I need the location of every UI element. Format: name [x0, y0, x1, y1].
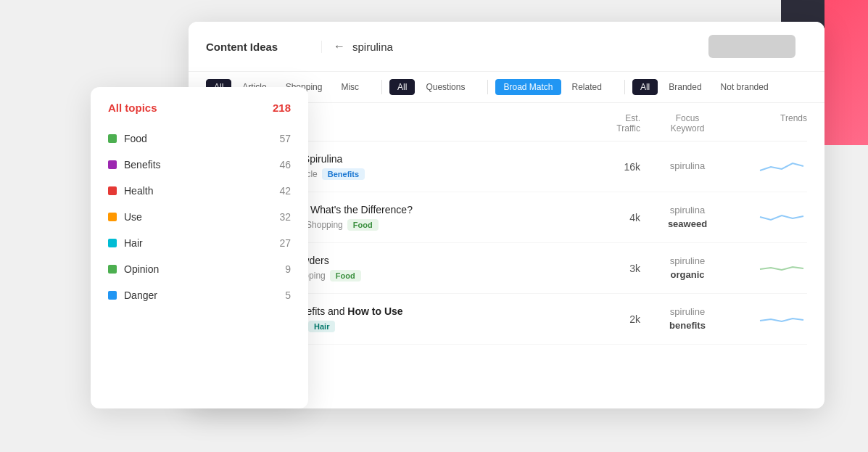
focus-keyword: spirulina	[640, 160, 735, 173]
col-traffic: Est.Traffic	[568, 113, 640, 133]
topic-count: 9	[285, 263, 291, 275]
topic-dot	[108, 291, 117, 300]
content-type: Shopping	[306, 220, 343, 230]
all-topics-count: 218	[273, 102, 291, 114]
focus-keyword: spirulinaseaweed	[640, 204, 735, 230]
topic-dot	[108, 186, 117, 195]
topic-name: Health	[124, 185, 153, 197]
back-arrow-icon[interactable]: ←	[334, 40, 345, 53]
topic-item[interactable]: Hair 27	[108, 230, 291, 256]
trend-chart	[756, 156, 807, 178]
trend-chart	[756, 308, 807, 330]
topic-name: Hair	[124, 237, 143, 249]
topic-item[interactable]: Food 57	[108, 126, 291, 152]
filter-group-match: Broad Match Related	[495, 79, 609, 95]
bg-decoration-red	[824, 0, 868, 145]
trend-chart	[756, 258, 807, 279]
filter-questions[interactable]: Questions	[418, 79, 473, 95]
search-input[interactable]	[352, 41, 708, 53]
trend-cell	[735, 258, 807, 279]
topic-left: Health	[108, 185, 153, 197]
topic-dot	[108, 239, 117, 247]
topic-dot	[108, 134, 117, 143]
topic-item[interactable]: Opinion 9	[108, 256, 291, 282]
content-tag[interactable]: Food	[330, 270, 361, 282]
topic-dot	[108, 265, 117, 274]
topics-sidebar: All topics 218 Food 57 Benefits 46 Healt…	[91, 87, 308, 408]
filter-misc[interactable]: Misc	[333, 79, 367, 95]
topic-item[interactable]: Health 42	[108, 178, 291, 204]
traffic-value: 2k	[568, 313, 640, 325]
filter-branded[interactable]: Branded	[661, 79, 709, 95]
trend-cell	[735, 156, 807, 178]
filter-all-2[interactable]: All	[389, 79, 415, 95]
focus-keyword: spirulinebenefits	[640, 305, 735, 332]
col-focus: FocusKeyword	[640, 113, 735, 133]
traffic-value: 16k	[568, 161, 640, 173]
filter-broad-match[interactable]: Broad Match	[495, 79, 561, 95]
filter-group-questions: All Questions	[389, 79, 473, 95]
filter-all-3[interactable]: All	[632, 79, 658, 95]
topic-left: Hair	[108, 237, 143, 249]
filter-related[interactable]: Related	[564, 79, 610, 95]
focus-keyword: spirulineorganic	[640, 255, 735, 281]
topic-count: 27	[279, 237, 291, 249]
topic-dot	[108, 160, 117, 169]
topic-count: 5	[285, 289, 291, 301]
search-button[interactable]	[708, 35, 795, 58]
topic-item[interactable]: Use 32	[108, 204, 291, 230]
filter-separator-3	[624, 80, 625, 94]
topic-name: Danger	[124, 289, 157, 301]
main-header: Content Ideas ←	[189, 22, 824, 72]
trend-cell	[735, 308, 807, 330]
topic-item[interactable]: Benefits 46	[108, 152, 291, 178]
all-topics-label[interactable]: All topics	[108, 102, 157, 114]
topics-list: Food 57 Benefits 46 Health 42 Use 32 Hai…	[108, 126, 291, 308]
topic-count: 32	[279, 211, 291, 223]
topic-name: Benefits	[124, 159, 161, 170]
topic-name: Food	[124, 133, 147, 144]
topic-left: Benefits	[108, 159, 161, 170]
topic-name: Opinion	[124, 263, 159, 275]
search-bar: ←	[322, 35, 807, 58]
topic-count: 42	[279, 185, 291, 197]
topic-name: Use	[124, 211, 142, 223]
content-ideas-title: Content Ideas	[206, 41, 322, 53]
trend-cell	[735, 207, 807, 229]
topic-item[interactable]: Danger 5	[108, 282, 291, 308]
content-tag[interactable]: Food	[347, 219, 379, 231]
topic-left: Opinion	[108, 263, 159, 275]
topic-count: 46	[279, 159, 291, 170]
trend-chart	[756, 207, 807, 229]
traffic-value: 4k	[568, 212, 640, 223]
topic-left: Danger	[108, 289, 157, 301]
content-tag[interactable]: Benefits	[322, 168, 365, 180]
topic-left: Use	[108, 211, 142, 223]
filter-separator-1	[381, 80, 382, 94]
topic-count: 57	[279, 133, 291, 144]
filter-separator-2	[487, 80, 488, 94]
all-topics-header: All topics 218	[108, 102, 291, 114]
filter-not-branded[interactable]: Not branded	[713, 79, 777, 95]
col-trends: Trends	[735, 113, 807, 133]
topic-left: Food	[108, 133, 147, 144]
traffic-value: 3k	[568, 263, 640, 274]
content-tag[interactable]: Hair	[308, 321, 335, 332]
topic-dot	[108, 213, 117, 221]
filter-group-brand: All Branded Not branded	[632, 79, 777, 95]
